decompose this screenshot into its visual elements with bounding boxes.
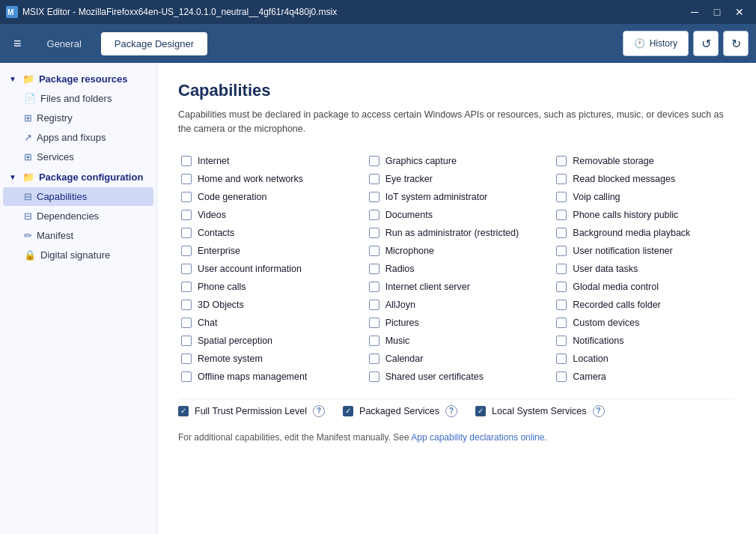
capability-checkbox-code-generation[interactable] <box>181 192 192 202</box>
capability-checkbox-read-blocked-msgs[interactable] <box>556 174 567 184</box>
sidebar-section-header-package-resources[interactable]: ▼ 📁 Package resources <box>3 70 153 88</box>
capability-item[interactable]: Graphics capture <box>366 153 548 169</box>
capability-item[interactable]: Notifications <box>553 333 735 349</box>
capability-item[interactable]: Videos <box>178 207 360 223</box>
capability-item[interactable]: User account information <box>178 261 360 277</box>
capability-checkbox-internet[interactable] <box>181 156 192 166</box>
capability-checkbox-remote-system[interactable] <box>181 354 192 364</box>
special-cap-local-system-services[interactable]: Local System Services ? <box>475 405 604 417</box>
capability-item[interactable]: Phone calls <box>178 279 360 295</box>
capability-checkbox-recorded-calls[interactable] <box>556 300 567 310</box>
tab-package-designer[interactable]: Package Designer <box>101 32 207 55</box>
capability-item[interactable]: Shared user certificates <box>366 368 548 385</box>
tab-general[interactable]: General <box>34 32 95 55</box>
capability-checkbox-phone-calls-history[interactable] <box>556 210 567 220</box>
help-icon-full-trust[interactable]: ? <box>313 405 325 417</box>
capability-item[interactable]: 3D Objects <box>178 297 360 313</box>
capability-item[interactable]: Background media playback <box>553 225 735 241</box>
special-checkbox-full-trust[interactable] <box>178 406 189 416</box>
capability-checkbox-contacts[interactable] <box>181 228 192 238</box>
capability-item[interactable]: Home and work networks <box>178 171 360 187</box>
capability-item[interactable]: Microphone <box>366 243 548 259</box>
capability-item[interactable]: User data tasks <box>553 261 735 277</box>
sidebar-item-files-folders[interactable]: 📄 Files and folders <box>3 89 153 108</box>
close-button[interactable]: ✕ <box>729 1 750 22</box>
sidebar-item-services[interactable]: ⊞ Services <box>3 148 153 166</box>
capability-checkbox-user-notification[interactable] <box>556 246 567 256</box>
special-cap-packaged-services[interactable]: Packaged Services ? <box>343 405 457 417</box>
capability-item[interactable]: Location <box>553 351 735 367</box>
capability-item[interactable]: Voip calling <box>553 189 735 205</box>
sidebar-item-capabilities[interactable]: ⊟ Capabilities <box>3 187 153 206</box>
capability-item[interactable]: Code generation <box>178 189 360 205</box>
capability-item[interactable]: Documents <box>366 207 548 223</box>
capability-item[interactable]: Phone calls history public <box>553 207 735 223</box>
capability-checkbox-camera[interactable] <box>556 371 567 382</box>
capability-checkbox-background-media[interactable] <box>556 228 567 238</box>
capability-checkbox-alljoyn[interactable] <box>369 300 379 310</box>
capability-checkbox-shared-user-certs[interactable] <box>369 371 379 382</box>
capability-checkbox-phone-calls[interactable] <box>181 282 192 292</box>
capability-checkbox-music[interactable] <box>369 336 379 346</box>
capability-item[interactable]: Chat <box>178 315 360 331</box>
capability-item[interactable]: Camera <box>553 368 735 385</box>
capability-item[interactable]: Calendar <box>366 351 548 367</box>
capability-checkbox-user-account-info[interactable] <box>181 264 192 274</box>
capability-checkbox-offline-maps[interactable] <box>181 371 192 382</box>
capability-checkbox-pictures[interactable] <box>369 318 379 328</box>
capability-checkbox-spatial-perception[interactable] <box>181 336 192 346</box>
capability-checkbox-run-admin[interactable] <box>369 228 379 238</box>
capability-item[interactable]: Removable storage <box>553 153 735 169</box>
special-cap-full-trust[interactable]: Full Trust Permission Level ? <box>178 405 325 417</box>
capability-item[interactable]: Pictures <box>366 315 548 331</box>
sidebar-section-header-package-config[interactable]: ▼ 📁 Package configuration <box>3 168 153 186</box>
capability-checkbox-videos[interactable] <box>181 210 192 220</box>
capability-item[interactable]: Contacts <box>178 225 360 241</box>
redo-button[interactable]: ↻ <box>723 31 749 56</box>
undo-button[interactable]: ↺ <box>693 31 719 56</box>
sidebar-item-registry[interactable]: ⊞ Registry <box>3 109 153 127</box>
capability-checkbox-home-work-networks[interactable] <box>181 174 192 184</box>
capability-item[interactable]: Spatial perception <box>178 333 360 349</box>
help-icon-local-system-services[interactable]: ? <box>593 405 605 417</box>
hamburger-menu-button[interactable]: ≡ <box>7 33 28 55</box>
sidebar-item-manifest[interactable]: ✏ Manifest <box>3 226 153 245</box>
capability-item[interactable]: Read blocked messages <box>553 171 735 187</box>
capability-item[interactable]: Recorded calls folder <box>553 297 735 313</box>
capability-checkbox-notifications[interactable] <box>556 336 567 346</box>
capability-checkbox-calendar[interactable] <box>369 354 379 364</box>
help-icon-packaged-services[interactable]: ? <box>445 405 457 417</box>
capability-declarations-link[interactable]: App capability declarations online <box>411 432 544 443</box>
capability-checkbox-global-media[interactable] <box>556 282 567 292</box>
capability-item[interactable]: Radios <box>366 261 548 277</box>
capability-item[interactable]: User notification listener <box>553 243 735 259</box>
capability-item[interactable]: Enterprise <box>178 243 360 259</box>
capability-item[interactable]: Internet <box>178 153 360 169</box>
capability-item[interactable]: Eye tracker <box>366 171 548 187</box>
capability-checkbox-internet-client-server[interactable] <box>369 282 379 292</box>
capability-checkbox-iot-admin[interactable] <box>369 192 379 202</box>
capability-item[interactable]: Custom devices <box>553 315 735 331</box>
special-checkbox-local-system-services[interactable] <box>475 406 486 416</box>
capability-checkbox-eye-tracker[interactable] <box>369 174 379 184</box>
capability-item[interactable]: Offline maps management <box>178 368 360 385</box>
capability-checkbox-removable-storage[interactable] <box>556 156 567 166</box>
capability-checkbox-user-data-tasks[interactable] <box>556 264 567 274</box>
capability-checkbox-chat[interactable] <box>181 318 192 328</box>
sidebar-item-apps-fixups[interactable]: ↗ Apps and fixups <box>3 128 153 147</box>
capability-item[interactable]: Music <box>366 333 548 349</box>
capability-checkbox-graphics-capture[interactable] <box>369 156 379 166</box>
maximize-button[interactable]: □ <box>707 1 728 22</box>
capability-item[interactable]: Glodal media control <box>553 279 735 295</box>
capability-item[interactable]: Run as administrator (restricted) <box>366 225 548 241</box>
capability-item[interactable]: Remote system <box>178 351 360 367</box>
minimize-button[interactable]: ─ <box>684 1 705 22</box>
capability-item[interactable]: IoT system administrator <box>366 189 548 205</box>
sidebar-item-digital-signature[interactable]: 🔒 Digital signature <box>3 246 153 264</box>
capability-checkbox-documents[interactable] <box>369 210 379 220</box>
special-checkbox-packaged-services[interactable] <box>343 406 353 416</box>
capability-checkbox-location[interactable] <box>556 354 567 364</box>
history-button[interactable]: 🕐 History <box>623 31 689 56</box>
capability-checkbox-voip-calling[interactable] <box>556 192 567 202</box>
capability-checkbox-enterprise[interactable] <box>181 246 192 256</box>
